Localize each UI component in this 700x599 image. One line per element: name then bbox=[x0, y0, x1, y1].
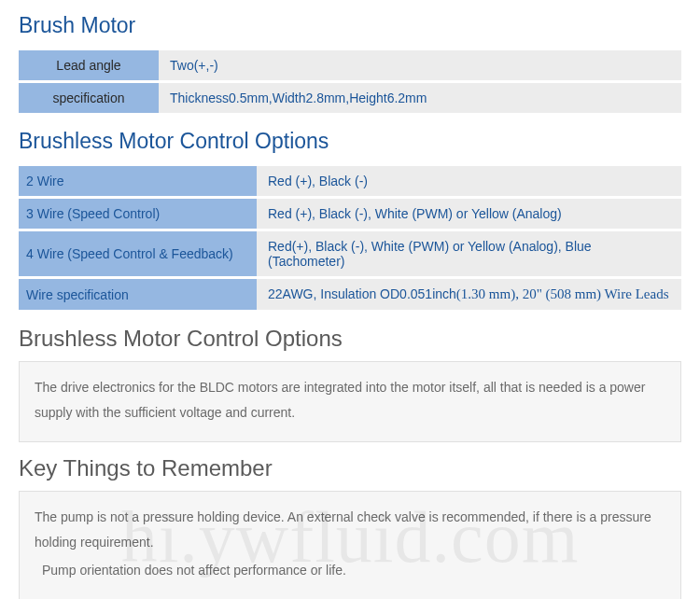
row-value: Two(+,-) bbox=[159, 50, 681, 80]
section-brushless-info-title: Brushless Motor Control Options bbox=[19, 326, 681, 352]
info-text: Pump orientation does not affect perform… bbox=[35, 558, 665, 583]
row-value: Thickness0.5mm,Width2.8mm,Height6.2mm bbox=[159, 83, 681, 113]
table-row: 3 Wire (Speed Control) Red (+), Black (-… bbox=[19, 199, 681, 229]
key-things-box: The pump is not a pressure holding devic… bbox=[19, 491, 681, 599]
row-label: 2 Wire bbox=[19, 166, 257, 196]
row-value: 22AWG, Insulation OD0.051inch(1.30 mm), … bbox=[257, 279, 681, 310]
table-row: 2 Wire Red (+), Black (-) bbox=[19, 166, 681, 196]
row-label: Lead angle bbox=[19, 50, 159, 80]
row-label: 3 Wire (Speed Control) bbox=[19, 199, 257, 229]
table-row: Lead angle Two(+,-) bbox=[19, 50, 681, 80]
section-key-things-title: Key Things to Remember bbox=[19, 455, 681, 481]
row-value: Red(+), Black (-), White (PWM) or Yellow… bbox=[257, 231, 681, 276]
table-row: 4 Wire (Speed Control & Feedback) Red(+)… bbox=[19, 231, 681, 276]
row-label: Wire specification bbox=[19, 279, 257, 310]
row-label: specification bbox=[19, 83, 159, 113]
section-brush-motor-title: Brush Motor bbox=[19, 13, 681, 38]
row-label: 4 Wire (Speed Control & Feedback) bbox=[19, 231, 257, 276]
brush-motor-table: Lead angle Two(+,-) specification Thickn… bbox=[19, 48, 681, 116]
section-brushless-options-title: Brushless Motor Control Options bbox=[19, 129, 681, 154]
table-row: specification Thickness0.5mm,Width2.8mm,… bbox=[19, 83, 681, 113]
row-value: Red (+), Black (-) bbox=[257, 166, 681, 196]
table-row: Wire specification 22AWG, Insulation OD0… bbox=[19, 279, 681, 310]
info-text: The pump is not a pressure holding devic… bbox=[35, 505, 665, 554]
info-text: The drive electronics for the BLDC motor… bbox=[35, 375, 665, 425]
brushless-info-box: The drive electronics for the BLDC motor… bbox=[19, 361, 681, 442]
row-value: Red (+), Black (-), White (PWM) or Yello… bbox=[257, 199, 681, 229]
brushless-options-table: 2 Wire Red (+), Black (-) 3 Wire (Speed … bbox=[19, 163, 681, 313]
